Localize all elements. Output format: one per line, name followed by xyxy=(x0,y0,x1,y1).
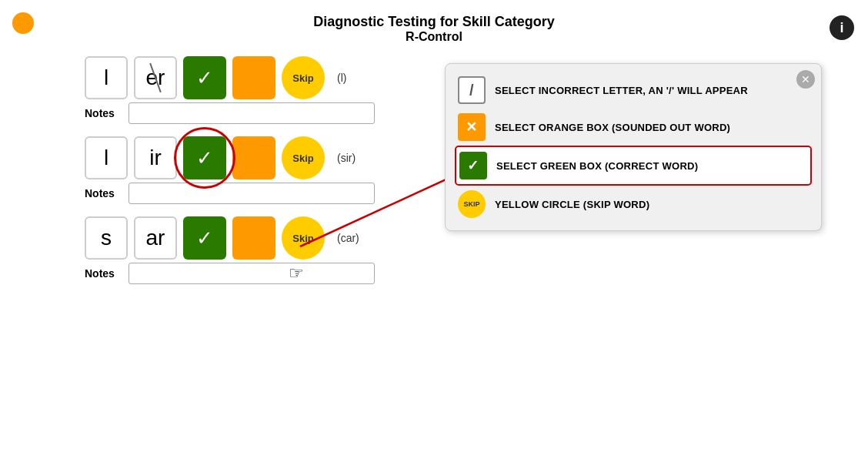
tooltip-row-skip: SKIP YELLOW CIRCLE (SKIP WORD) xyxy=(455,186,812,223)
tooltip-text-orange: SELECT ORANGE BOX (SOUNDED OUT WORD) xyxy=(495,122,730,133)
letter-ir-2: ir xyxy=(134,136,177,179)
word-hint-3: (car) xyxy=(337,232,359,244)
orange-box-2[interactable] xyxy=(232,136,275,179)
skip-button-3[interactable]: Skip xyxy=(282,216,325,260)
notes-label-1: Notes xyxy=(85,107,119,119)
green-box-1[interactable]: ✓ xyxy=(183,56,226,99)
page-subtitle: R-Control xyxy=(0,30,868,44)
tooltip-row-slash: / SELECT INCORRECT LETTER, AN '/' WILL A… xyxy=(455,72,812,109)
letter-ar-3: ar xyxy=(134,216,177,260)
tooltip-text-skip: YELLOW CIRCLE (SKIP WORD) xyxy=(495,199,649,210)
green-box-highlighted-wrapper: ✓ xyxy=(183,136,226,179)
notes-input-1[interactable] xyxy=(129,102,375,124)
green-box-2[interactable]: ✓ xyxy=(183,136,226,179)
page-header: Diagnostic Testing for Skill Category R-… xyxy=(0,0,868,49)
notes-label-3: Notes xyxy=(85,267,119,280)
tooltip-row-green: ✓ SELECT GREEN BOX (CORRECT WORD) xyxy=(455,146,812,186)
checkmark-icon-1: ✓ xyxy=(196,66,213,90)
tooltip-text-slash: SELECT INCORRECT LETTER, AN '/' WILL APP… xyxy=(495,85,748,96)
notes-input-3[interactable] xyxy=(129,263,375,284)
checkmark-icon-3: ✓ xyxy=(196,226,213,250)
info-button[interactable]: i xyxy=(830,15,854,40)
skip-icon: SKIP xyxy=(458,190,486,218)
tooltip-popup: ✕ / SELECT INCORRECT LETTER, AN '/' WILL… xyxy=(445,63,822,231)
tooltip-close-button[interactable]: ✕ xyxy=(796,70,815,89)
green-box-3[interactable]: ✓ xyxy=(183,216,226,260)
notes-row-3: Notes xyxy=(38,263,830,284)
tooltip-text-green: SELECT GREEN BOX (CORRECT WORD) xyxy=(496,160,698,172)
orange-box-3[interactable] xyxy=(232,216,275,260)
word-hint-2: (sir) xyxy=(337,152,356,164)
tooltip-row-orange: ✕ SELECT ORANGE BOX (SOUNDED OUT WORD) xyxy=(455,109,812,146)
check-icon: ✓ xyxy=(459,152,487,179)
skip-button-2[interactable]: Skip xyxy=(282,136,325,179)
notes-input-2[interactable] xyxy=(129,183,375,204)
x-icon: ✕ xyxy=(458,113,486,141)
letter-er-1: er xyxy=(134,56,177,99)
letter-l-1: l xyxy=(85,56,128,99)
orange-indicator xyxy=(12,12,34,34)
skip-button-1[interactable]: Skip xyxy=(282,56,325,99)
page-title: Diagnostic Testing for Skill Category xyxy=(0,14,868,30)
letter-l-2: l xyxy=(85,136,128,179)
letter-s-3: s xyxy=(85,216,128,260)
orange-box-1[interactable] xyxy=(232,56,275,99)
slash-icon: / xyxy=(458,76,486,104)
notes-label-2: Notes xyxy=(85,187,119,199)
checkmark-icon-2: ✓ xyxy=(196,146,213,170)
word-hint-1: (l) xyxy=(337,72,346,84)
